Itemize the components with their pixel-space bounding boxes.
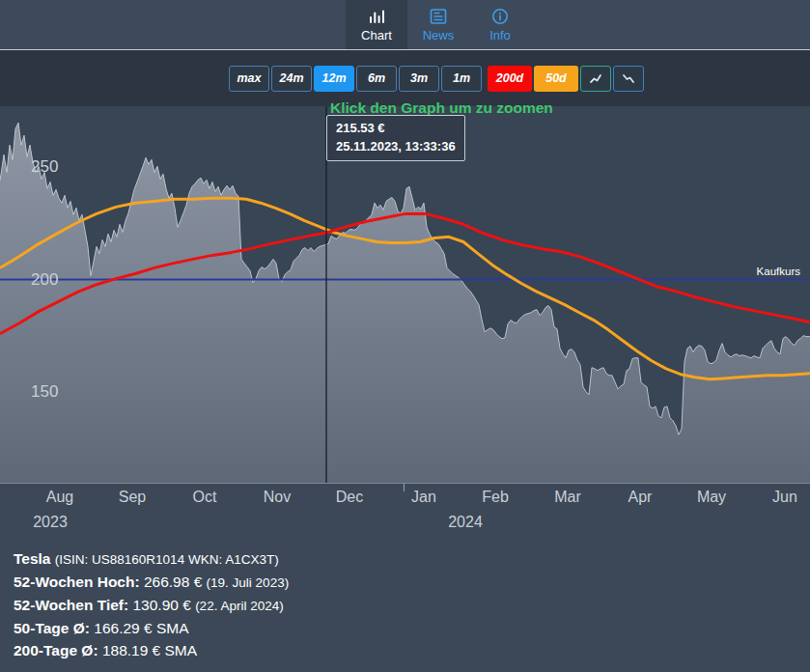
- info-value: 188.19 € SMA: [102, 642, 197, 658]
- info-row: Tesla (ISIN: US88160R1014 WKN: A1CX3T): [14, 547, 289, 571]
- range-button-3m[interactable]: 3m: [399, 66, 439, 92]
- range-button-200d[interactable]: 200d: [488, 66, 532, 92]
- tab-info-label: Info: [489, 28, 511, 42]
- trend-up-button[interactable]: [580, 66, 611, 92]
- info-row: 52-Wochen Tief: 130.90 € (22. April 2024…: [14, 594, 289, 617]
- price-chart[interactable]: [0, 106, 810, 483]
- price-tooltip: 215.53 € 25.11.2023, 13:33:36: [326, 115, 465, 161]
- range-button-1m[interactable]: 1m: [441, 66, 482, 92]
- chart-icon: [366, 7, 387, 26]
- info-label: 200-Tage Ø:: [14, 642, 98, 658]
- toolbar: max24m12m6m3m1m200d50d: [0, 50, 810, 106]
- tooltip-datetime: 25.11.2023, 13:33:36: [336, 137, 456, 155]
- info-note: (ISIN: US88160R1014 WKN: A1CX3T): [55, 552, 279, 567]
- info-label: 52-Wochen Hoch:: [14, 574, 140, 590]
- chart-area[interactable]: Kaufkurs 250200150: [0, 106, 810, 483]
- app: Chart News Info max24m12m6m3m1m200d50d: [0, 0, 810, 672]
- info-value: 130.90 €: [132, 597, 190, 613]
- x-axis: AugSepOctNovDecJanFebMarAprMayJun2023202…: [0, 483, 810, 541]
- x-tick-label: Feb: [482, 489, 509, 506]
- info-icon: [489, 7, 511, 26]
- info-label: 52-Wochen Tief:: [14, 597, 128, 613]
- x-tick-label: Mar: [554, 489, 581, 506]
- x-tick-label: Dec: [336, 489, 363, 506]
- trend-up-icon: [588, 70, 603, 86]
- tooltip-price: 215.53 €: [336, 119, 456, 137]
- trend-down-icon: [621, 70, 636, 86]
- y-tick-label: 150: [31, 382, 58, 402]
- year-label: 2024: [448, 514, 483, 531]
- price-area: [0, 123, 810, 483]
- info-row: 200-Tage Ø: 188.19 € SMA: [14, 639, 289, 661]
- news-icon: [428, 7, 449, 26]
- info-row: 52-Wochen Hoch: 266.98 € (19. Juli 2023): [14, 571, 289, 594]
- x-tick-label: Oct: [193, 489, 217, 506]
- x-tick-label: Jun: [772, 489, 797, 506]
- x-tick-label: Aug: [46, 489, 73, 506]
- tab-chart-label: Chart: [361, 28, 392, 42]
- top-nav: Chart News Info: [0, 0, 810, 50]
- range-button-max[interactable]: max: [229, 66, 269, 92]
- range-button-12m[interactable]: 12m: [314, 66, 354, 92]
- trend-down-button[interactable]: [613, 66, 644, 92]
- range-button-6m[interactable]: 6m: [356, 66, 397, 92]
- info-label: 50-Tage Ø:: [14, 620, 90, 636]
- kaufkurs-label: Kaufkurs: [757, 266, 800, 277]
- tab-news[interactable]: News: [407, 0, 469, 49]
- info-note: (19. Juli 2023): [207, 575, 290, 590]
- nav-tabs: Chart News Info: [346, 0, 531, 49]
- range-toolbar: max24m12m6m3m1m200d50d: [229, 66, 646, 92]
- info-value: 166.29 € SMA: [94, 620, 188, 636]
- y-tick-label: 200: [31, 270, 58, 290]
- x-tick-label: Jan: [411, 489, 436, 506]
- tab-chart[interactable]: Chart: [346, 0, 407, 49]
- range-button-50d[interactable]: 50d: [534, 66, 578, 92]
- year-label: 2023: [33, 514, 68, 531]
- range-button-24m[interactable]: 24m: [271, 66, 312, 92]
- year-divider-tick: [404, 484, 405, 491]
- y-tick-label: 250: [31, 157, 58, 177]
- x-tick-label: May: [697, 489, 726, 506]
- tab-info[interactable]: Info: [469, 0, 531, 49]
- info-row: 50-Tage Ø: 166.29 € SMA: [14, 617, 289, 639]
- info-value: 266.98 €: [144, 574, 202, 590]
- tab-news-label: News: [423, 28, 455, 42]
- info-label: Tesla: [14, 550, 51, 567]
- info-note: (22. April 2024): [195, 599, 284, 613]
- x-tick-label: Sep: [119, 489, 146, 506]
- x-tick-label: Apr: [628, 489, 653, 506]
- x-tick-label: Nov: [264, 489, 291, 506]
- stock-info: Tesla (ISIN: US88160R1014 WKN: A1CX3T)52…: [14, 547, 289, 661]
